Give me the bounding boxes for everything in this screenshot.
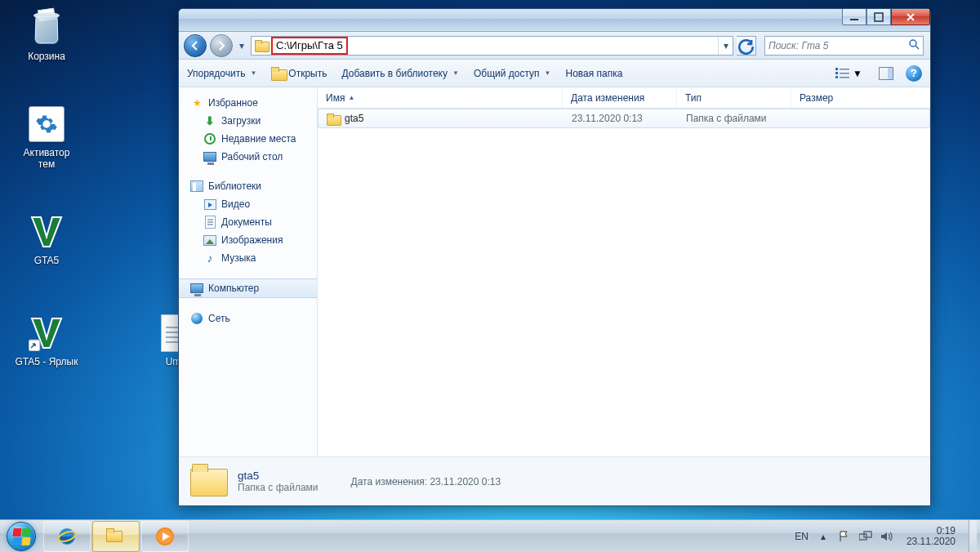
nav-favorites[interactable]: ★Избранное (179, 94, 317, 112)
svg-rect-1 (850, 19, 858, 20)
sort-indicator-icon: ▲ (348, 94, 354, 101)
folder-icon (254, 38, 269, 53)
column-headers: Имя▲ Дата изменения Тип Размер (318, 87, 930, 109)
taskbar-wmp[interactable] (141, 521, 189, 552)
file-type: Папка с файлами (686, 113, 767, 124)
desktop: Корзина Активатор тем GTA5 GTA5 - Ярлык … (0, 0, 980, 552)
svg-rect-4 (835, 68, 838, 70)
nav-pictures[interactable]: Изображения (179, 231, 317, 249)
explorer-window: ▾ C:\Игры\Гта 5 ▾ Поиск: Гта 5 Упорядочи… (178, 8, 931, 506)
tray-flag-icon[interactable] (838, 530, 851, 543)
nav-recent[interactable]: Недавние места (179, 130, 317, 148)
search-icon (908, 38, 920, 52)
picture-icon (203, 234, 216, 247)
monitor-icon (203, 150, 216, 163)
nav-row: ▾ C:\Игры\Гта 5 ▾ Поиск: Гта 5 (179, 32, 930, 60)
download-icon: ⬇ (203, 114, 216, 127)
taskbar: EN ▴ 0:19 23.11.2020 (0, 519, 980, 552)
tray-show-hidden[interactable]: ▴ (817, 530, 830, 543)
clock[interactable]: 0:19 23.11.2020 (902, 526, 960, 547)
back-button[interactable] (184, 34, 207, 57)
file-list-area: Имя▲ Дата изменения Тип Размер gta5 23.1… (318, 87, 930, 456)
folder-icon (327, 112, 340, 125)
folder-large-icon (190, 464, 226, 500)
file-date: 23.11.2020 0:13 (572, 113, 643, 124)
nav-downloads[interactable]: ⬇Загрузки (179, 112, 317, 130)
address-dropdown[interactable]: ▾ (718, 37, 733, 55)
recent-icon (203, 132, 216, 145)
desktop-icon-label: Корзина (15, 51, 78, 62)
media-player-icon (154, 526, 176, 547)
taskbar-ie[interactable] (43, 521, 91, 552)
new-folder-button[interactable]: Новая папка (565, 68, 622, 79)
add-to-library-menu[interactable]: Добавить в библиотеку▼ (341, 68, 458, 79)
tray-network-icon[interactable] (859, 530, 872, 543)
column-type[interactable]: Тип (677, 87, 791, 108)
file-name: gta5 (345, 113, 363, 124)
gta-v-icon (28, 213, 65, 251)
language-indicator[interactable]: EN (795, 531, 808, 542)
navigation-pane: ★Избранное ⬇Загрузки Недавние места Рабо… (179, 87, 318, 456)
desktop-icon-label: GTA5 - Ярлык (15, 356, 78, 367)
ie-icon (56, 526, 78, 547)
desktop-icon-activator[interactable]: Активатор тем (15, 105, 78, 170)
share-menu[interactable]: Общий доступ▼ (474, 68, 551, 79)
organize-menu[interactable]: Упорядочить▼ (187, 68, 256, 79)
open-button[interactable]: Открыть (271, 67, 327, 80)
desktop-icon-label: Активатор тем (15, 147, 78, 170)
svg-rect-2 (875, 13, 883, 21)
search-box[interactable]: Поиск: Гта 5 (764, 36, 924, 56)
desktop-icon-gta5[interactable]: GTA5 (15, 212, 78, 266)
refresh-button[interactable] (737, 36, 756, 56)
toolbar: Упорядочить▼ Открыть Добавить в библиоте… (179, 60, 930, 87)
start-button[interactable] (0, 520, 42, 553)
details-pane: gta5 Папка с файлами Дата изменения: 23.… (179, 456, 930, 505)
windows-logo-icon (13, 528, 29, 545)
tray-volume-icon[interactable] (880, 530, 893, 543)
clock-time: 0:19 (906, 526, 956, 536)
folder-open-icon (271, 67, 284, 80)
svg-point-3 (910, 40, 916, 47)
address-bar[interactable]: C:\Игры\Гта 5 ▾ (251, 36, 733, 56)
forward-button[interactable] (210, 34, 233, 57)
maximize-button[interactable] (866, 9, 891, 25)
folder-icon (106, 528, 126, 545)
svg-rect-5 (840, 69, 849, 70)
taskbar-explorer[interactable] (92, 521, 140, 552)
nav-videos[interactable]: Видео (179, 195, 317, 213)
column-size[interactable]: Размер (791, 87, 930, 108)
show-desktop-button[interactable] (969, 520, 977, 553)
view-mode-button[interactable]: ▼ (831, 65, 866, 82)
column-name[interactable]: Имя▲ (318, 87, 563, 108)
nav-documents[interactable]: Документы (179, 213, 317, 231)
nav-computer[interactable]: Компьютер (179, 278, 317, 298)
column-date[interactable]: Дата изменения (563, 87, 677, 108)
nav-history-dropdown[interactable]: ▾ (236, 36, 247, 56)
details-date-label: Дата изменения: (351, 476, 428, 487)
nav-desktop[interactable]: Рабочий стол (179, 148, 317, 166)
details-date-value: 23.11.2020 0:13 (430, 476, 501, 487)
document-icon (203, 216, 216, 229)
nav-music[interactable]: ♪Музыка (179, 249, 317, 267)
search-placeholder: Поиск: Гта 5 (768, 40, 828, 51)
desktop-icon-gta5-shortcut[interactable]: GTA5 - Ярлык (15, 314, 78, 367)
help-button[interactable]: ? (906, 65, 922, 82)
preview-pane-button[interactable] (875, 65, 898, 82)
details-subtitle: Папка с файлами (238, 482, 318, 493)
minimize-button[interactable] (842, 9, 866, 25)
desktop-icon-recycle-bin[interactable]: Корзина (15, 8, 78, 62)
address-path[interactable]: C:\Игры\Гта 5 (271, 37, 348, 55)
titlebar[interactable] (179, 9, 930, 32)
system-tray: EN ▴ 0:19 23.11.2020 (788, 520, 980, 553)
close-button[interactable] (891, 9, 930, 25)
computer-icon (190, 282, 203, 295)
nav-libraries[interactable]: Библиотеки (179, 177, 317, 195)
clock-date: 23.11.2020 (906, 536, 956, 547)
gta-v-icon (28, 314, 65, 352)
nav-network[interactable]: Сеть (179, 309, 317, 327)
svg-rect-8 (835, 76, 838, 78)
svg-rect-9 (840, 77, 849, 78)
desktop-icon-label: GTA5 (15, 255, 78, 266)
details-title: gta5 (238, 470, 318, 482)
file-row[interactable]: gta5 23.11.2020 0:13 Папка с файлами (318, 109, 930, 128)
